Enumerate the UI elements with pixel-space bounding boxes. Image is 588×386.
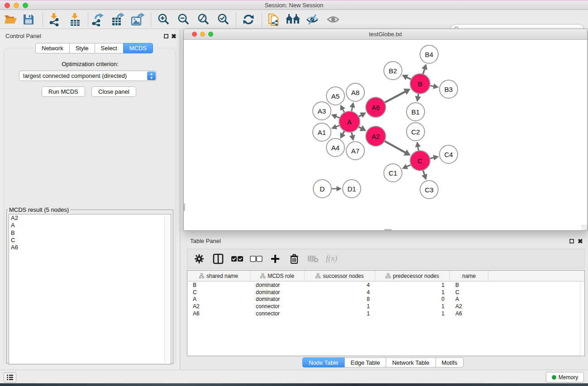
table-cell[interactable]: 4 bbox=[305, 282, 375, 288]
list-scrollbar[interactable] bbox=[164, 215, 170, 363]
table-cell[interactable]: C bbox=[187, 289, 250, 295]
node-A7[interactable]: A7 bbox=[346, 142, 364, 160]
close-table-panel-icon[interactable]: ✖ bbox=[578, 238, 583, 245]
select-all-columns-icon[interactable] bbox=[231, 253, 244, 265]
node-A4[interactable]: A4 bbox=[326, 138, 344, 157]
table-cell[interactable]: dominator bbox=[250, 282, 305, 288]
export-image-icon[interactable] bbox=[130, 13, 145, 26]
table-cell[interactable]: A2 bbox=[187, 303, 250, 310]
zoom-out-icon[interactable] bbox=[176, 13, 191, 26]
node-A1[interactable]: A1 bbox=[313, 123, 331, 141]
table-cell[interactable]: dominator bbox=[250, 289, 305, 295]
table-cell[interactable]: 8 bbox=[305, 296, 375, 302]
table-cell[interactable]: connector bbox=[250, 310, 305, 317]
mcds-result-item[interactable]: A bbox=[9, 222, 171, 229]
tab-network-table[interactable]: Network Table bbox=[386, 357, 435, 367]
edge-C-C1[interactable] bbox=[402, 164, 412, 169]
node-A3[interactable]: A3 bbox=[313, 102, 331, 120]
table-cell[interactable]: 1 bbox=[305, 310, 375, 317]
edge-C-C3[interactable] bbox=[421, 169, 427, 180]
show-column-icon[interactable] bbox=[212, 253, 225, 265]
create-column-icon[interactable] bbox=[269, 253, 282, 265]
table-row[interactable]: A6connector11A6 bbox=[187, 310, 584, 317]
criterion-dropdown[interactable]: largest connected component (directed) ▲… bbox=[19, 71, 157, 81]
table-row[interactable]: Cdominator41C bbox=[187, 289, 584, 296]
node-D[interactable]: D bbox=[313, 180, 331, 198]
tab-style[interactable]: Style bbox=[69, 43, 95, 53]
task-history-button[interactable] bbox=[4, 372, 16, 382]
mcds-result-list[interactable]: A2ABCA6 bbox=[9, 214, 171, 364]
node-B1[interactable]: B1 bbox=[406, 103, 425, 121]
node-B2[interactable]: B2 bbox=[384, 62, 402, 80]
table-cell[interactable]: connector bbox=[250, 303, 305, 310]
node-B3[interactable]: B3 bbox=[440, 80, 458, 98]
float-panel-icon[interactable] bbox=[164, 34, 168, 38]
column-header-name[interactable]: name bbox=[450, 271, 488, 281]
table-cell[interactable]: A bbox=[450, 296, 488, 302]
node-A6[interactable]: A6 bbox=[366, 97, 386, 117]
table-cell[interactable]: dominator bbox=[250, 296, 305, 302]
table-cell[interactable]: 0 bbox=[375, 296, 450, 302]
tab-node-table[interactable]: Node Table bbox=[302, 357, 345, 367]
mcds-result-item[interactable]: A2 bbox=[9, 214, 171, 222]
table-cell[interactable]: A2 bbox=[450, 303, 488, 310]
first-neighbors-icon[interactable] bbox=[285, 13, 301, 26]
network-window-resize-grip[interactable] bbox=[582, 225, 587, 230]
node-A5[interactable]: A5 bbox=[326, 87, 344, 105]
edge-D-D1[interactable] bbox=[330, 186, 342, 191]
delete-column-trash-icon[interactable] bbox=[288, 253, 301, 265]
edge-B-B2[interactable] bbox=[402, 75, 412, 80]
table-cell[interactable]: 1 bbox=[305, 303, 375, 310]
network-window-titlebar[interactable]: testGlobe.txt bbox=[184, 29, 587, 40]
network-vertical-scrollmark[interactable] bbox=[183, 204, 185, 211]
column-header-MCDS-role[interactable]: MCDS role bbox=[250, 271, 305, 281]
table-cell[interactable]: 4 bbox=[305, 289, 375, 295]
save-session-icon[interactable] bbox=[21, 13, 36, 26]
float-table-panel-icon[interactable] bbox=[569, 239, 574, 243]
edge-A2-C[interactable] bbox=[384, 141, 411, 156]
tab-select[interactable]: Select bbox=[95, 43, 124, 53]
table-cell[interactable]: A bbox=[187, 296, 250, 302]
table-cell[interactable]: 1 bbox=[375, 303, 450, 310]
show-all-icon[interactable] bbox=[325, 13, 341, 26]
table-cell[interactable]: 1 bbox=[375, 289, 450, 295]
table-scrollbar[interactable] bbox=[580, 281, 584, 356]
open-file-icon[interactable] bbox=[3, 13, 18, 26]
table-cell[interactable]: B bbox=[450, 282, 488, 288]
network-canvas[interactable]: B4B2BB3A8A5A6A3B1AA1C2A2A4A7C4CC1C3DD1 bbox=[184, 40, 587, 230]
tab-motifs[interactable]: Motifs bbox=[435, 357, 464, 367]
hide-selected-icon[interactable] bbox=[305, 13, 320, 26]
import-network-icon[interactable] bbox=[47, 13, 62, 26]
edge-C-C2[interactable] bbox=[415, 142, 421, 152]
node-B4[interactable]: B4 bbox=[420, 45, 438, 63]
node-D1[interactable]: D1 bbox=[343, 180, 361, 198]
table-cell[interactable]: C bbox=[450, 289, 488, 295]
node-C[interactable]: C bbox=[410, 151, 430, 171]
node-A[interactable]: A bbox=[339, 111, 360, 132]
new-network-from-selection-icon[interactable] bbox=[266, 13, 282, 26]
edge-B-B4[interactable] bbox=[421, 64, 427, 75]
zoom-in-icon[interactable] bbox=[156, 13, 171, 26]
mcds-result-item[interactable]: A6 bbox=[9, 244, 171, 251]
table-cell[interactable]: 1 bbox=[375, 282, 450, 288]
node-C4[interactable]: C4 bbox=[440, 145, 458, 163]
node-A2[interactable]: A2 bbox=[366, 126, 386, 146]
table-row[interactable]: Adominator80A bbox=[187, 296, 584, 303]
zoom-selected-icon[interactable] bbox=[215, 13, 231, 26]
node-C2[interactable]: C2 bbox=[406, 123, 425, 141]
tab-network[interactable]: Network bbox=[35, 43, 70, 53]
node-B[interactable]: B bbox=[410, 74, 430, 94]
table-cell[interactable]: A6 bbox=[450, 310, 488, 317]
table-cell[interactable]: B bbox=[187, 282, 250, 288]
export-table-icon[interactable] bbox=[110, 13, 126, 26]
column-header-shared-name[interactable]: shared name bbox=[187, 271, 250, 281]
mcds-result-item[interactable]: C bbox=[9, 237, 171, 244]
column-header-successor-nodes[interactable]: successor nodes bbox=[305, 271, 375, 281]
node-A8[interactable]: A8 bbox=[346, 83, 364, 101]
deselect-all-columns-icon[interactable] bbox=[250, 253, 263, 265]
export-network-icon[interactable] bbox=[91, 13, 106, 26]
table-cell[interactable]: 1 bbox=[375, 310, 450, 317]
node-C1[interactable]: C1 bbox=[384, 164, 402, 182]
tab-edge-table[interactable]: Edge Table bbox=[344, 357, 387, 367]
table-cell[interactable]: A6 bbox=[187, 310, 250, 317]
